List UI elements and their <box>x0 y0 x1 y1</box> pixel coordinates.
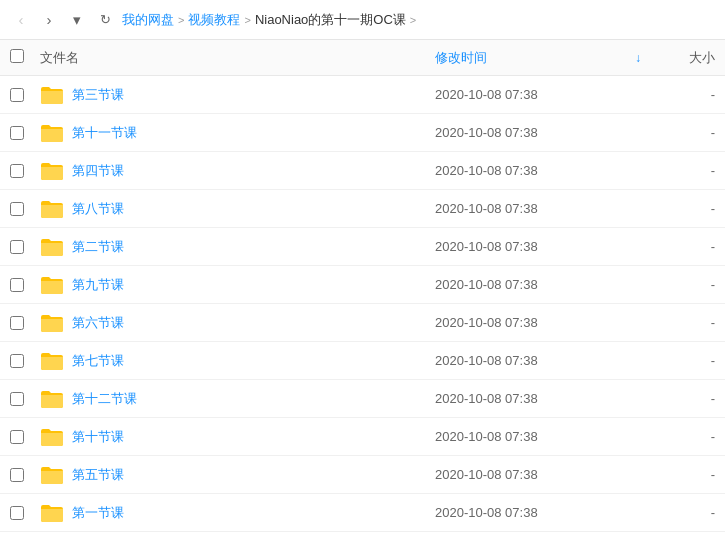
row-checkbox-col <box>10 88 40 102</box>
file-name[interactable]: 第二节课 <box>72 238 124 256</box>
file-info: 第五节课 <box>40 465 435 485</box>
file-name[interactable]: 第六节课 <box>72 314 124 332</box>
file-name[interactable]: 第十二节课 <box>72 390 137 408</box>
row-checkbox-col <box>10 316 40 330</box>
folder-icon <box>40 123 64 143</box>
file-info: 第十二节课 <box>40 389 435 409</box>
row-checkbox-2[interactable] <box>10 164 24 178</box>
row-checkbox-col <box>10 392 40 406</box>
file-modified: 2020-10-08 07:38 <box>435 239 635 254</box>
dropdown-button[interactable]: ▾ <box>66 9 88 31</box>
table-row[interactable]: 第三节课 2020-10-08 07:38 - <box>0 76 725 114</box>
back-icon: ‹ <box>19 11 24 28</box>
row-checkbox-10[interactable] <box>10 468 24 482</box>
row-checkbox-4[interactable] <box>10 240 24 254</box>
file-name[interactable]: 第一节课 <box>72 504 124 522</box>
breadcrumb-sep-3: > <box>410 14 416 26</box>
file-info: 第八节课 <box>40 199 435 219</box>
file-info: 第一节课 <box>40 503 435 523</box>
select-all-checkbox[interactable] <box>10 49 24 63</box>
header-name-col: 文件名 <box>40 49 435 67</box>
header-modified-col[interactable]: 修改时间 <box>435 49 635 67</box>
row-checkbox-1[interactable] <box>10 126 24 140</box>
file-size: - <box>655 353 715 368</box>
table-row[interactable]: 第七节课 2020-10-08 07:38 - <box>0 342 725 380</box>
table-row[interactable]: 第九节课 2020-10-08 07:38 - <box>0 266 725 304</box>
file-name[interactable]: 第四节课 <box>72 162 124 180</box>
file-info: 第九节课 <box>40 275 435 295</box>
forward-button[interactable]: › <box>38 9 60 31</box>
refresh-button[interactable]: ↻ <box>94 9 116 31</box>
row-checkbox-col <box>10 278 40 292</box>
table-row[interactable]: 第八节课 2020-10-08 07:38 - <box>0 190 725 228</box>
file-name[interactable]: 第十一节课 <box>72 124 137 142</box>
row-checkbox-11[interactable] <box>10 506 24 520</box>
folder-icon <box>40 313 64 333</box>
file-name[interactable]: 第八节课 <box>72 200 124 218</box>
file-name[interactable]: 第三节课 <box>72 86 124 104</box>
breadcrumb-item-current: NiaoNiao的第十一期OC课 <box>255 11 406 29</box>
file-name[interactable]: 第十节课 <box>72 428 124 446</box>
file-size: - <box>655 315 715 330</box>
table-row[interactable]: 第四节课 2020-10-08 07:38 - <box>0 152 725 190</box>
row-checkbox-8[interactable] <box>10 392 24 406</box>
table-row[interactable]: 第十一节课 2020-10-08 07:38 - <box>0 114 725 152</box>
back-button[interactable]: ‹ <box>10 9 32 31</box>
file-info: 第十节课 <box>40 427 435 447</box>
row-checkbox-6[interactable] <box>10 316 24 330</box>
file-modified: 2020-10-08 07:38 <box>435 429 635 444</box>
file-size: - <box>655 87 715 102</box>
folder-icon <box>40 351 64 371</box>
row-checkbox-col <box>10 354 40 368</box>
row-checkbox-5[interactable] <box>10 278 24 292</box>
row-checkbox-col <box>10 164 40 178</box>
folder-icon <box>40 275 64 295</box>
folder-icon <box>40 427 64 447</box>
file-size: - <box>655 125 715 140</box>
file-list: 第三节课 2020-10-08 07:38 - 第十一节课 2020-10-08… <box>0 76 725 559</box>
row-checkbox-col <box>10 468 40 482</box>
file-size: - <box>655 391 715 406</box>
folder-icon <box>40 389 64 409</box>
file-modified: 2020-10-08 07:38 <box>435 125 635 140</box>
row-checkbox-col <box>10 126 40 140</box>
folder-icon <box>40 199 64 219</box>
row-checkbox-0[interactable] <box>10 88 24 102</box>
breadcrumb-item-videos[interactable]: 视频教程 <box>188 11 240 29</box>
sort-icon[interactable]: ↓ <box>635 51 655 65</box>
table-row[interactable]: 第十节课 2020-10-08 07:38 - <box>0 418 725 456</box>
file-info: 第十一节课 <box>40 123 435 143</box>
file-size: - <box>655 505 715 520</box>
breadcrumb-item-root[interactable]: 我的网盘 <box>122 11 174 29</box>
row-checkbox-col <box>10 240 40 254</box>
file-modified: 2020-10-08 07:38 <box>435 467 635 482</box>
file-info: 第二节课 <box>40 237 435 257</box>
file-size: - <box>655 429 715 444</box>
row-checkbox-col <box>10 430 40 444</box>
file-modified: 2020-10-08 07:38 <box>435 277 635 292</box>
file-size: - <box>655 277 715 292</box>
file-name[interactable]: 第五节课 <box>72 466 124 484</box>
file-info: 第七节课 <box>40 351 435 371</box>
dropdown-icon: ▾ <box>73 11 81 29</box>
file-info: 第六节课 <box>40 313 435 333</box>
table-row[interactable]: 第五节课 2020-10-08 07:38 - <box>0 456 725 494</box>
file-size: - <box>655 163 715 178</box>
row-checkbox-col <box>10 506 40 520</box>
table-row[interactable]: 第二节课 2020-10-08 07:38 - <box>0 228 725 266</box>
file-modified: 2020-10-08 07:38 <box>435 353 635 368</box>
file-info: 第三节课 <box>40 85 435 105</box>
table-row[interactable]: 第一节课 2020-10-08 07:38 - <box>0 494 725 532</box>
row-checkbox-7[interactable] <box>10 354 24 368</box>
folder-icon <box>40 237 64 257</box>
file-name[interactable]: 第九节课 <box>72 276 124 294</box>
row-checkbox-col <box>10 202 40 216</box>
file-size: - <box>655 467 715 482</box>
table-row[interactable]: 第六节课 2020-10-08 07:38 - <box>0 304 725 342</box>
file-name[interactable]: 第七节课 <box>72 352 124 370</box>
breadcrumb-sep-2: > <box>244 14 250 26</box>
nav-bar: ‹ › ▾ ↻ 我的网盘 > 视频教程 > NiaoNiao的第十一期OC课 > <box>0 0 725 40</box>
table-row[interactable]: 第十二节课 2020-10-08 07:38 - <box>0 380 725 418</box>
row-checkbox-9[interactable] <box>10 430 24 444</box>
row-checkbox-3[interactable] <box>10 202 24 216</box>
